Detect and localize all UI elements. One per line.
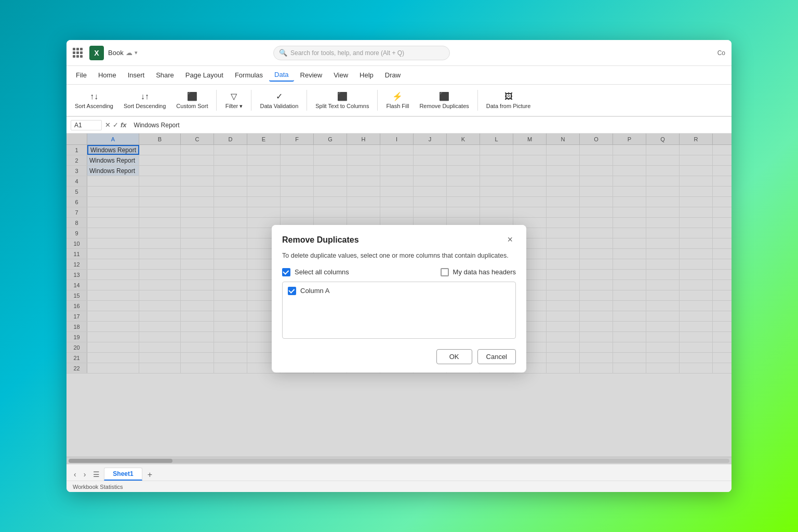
formula-fx-icon[interactable]: fx [121, 121, 127, 129]
select-all-columns-checkbox-label[interactable]: Select all columns [282, 268, 349, 276]
my-data-headers-checkbox[interactable] [441, 268, 449, 276]
app-grid-icon[interactable] [73, 48, 83, 58]
column-a-checkbox[interactable] [288, 287, 296, 295]
ok-button[interactable]: OK [436, 349, 472, 364]
flash-fill-label: Flash Fill [386, 103, 409, 109]
spreadsheet-area: A B C D E F G H I J K L M N O P Q R 1Win… [66, 134, 732, 464]
cell-reference[interactable]: A1 [71, 120, 102, 130]
excel-window: X Book ☁ ▾ 🔍 Search for tools, help, and… [66, 40, 732, 492]
search-placeholder: Search for tools, help, and more (Alt + … [290, 49, 404, 57]
split-text-label: Split Text to Columns [315, 103, 369, 109]
flash-fill-button[interactable]: ⚡ Flash Fill [382, 89, 413, 111]
formula-bar: A1 ✕ ✓ fx Windows Report [66, 117, 732, 134]
dialog-title-bar: Remove Duplicates × [272, 225, 526, 251]
sort-ascending-icon: ↑↓ [90, 92, 98, 101]
dialog-body: To delete duplicate values, select one o… [272, 251, 526, 373]
dialog-options-row: Select all columns My data has headers [282, 268, 516, 276]
sort-descending-icon: ↓↑ [141, 92, 149, 101]
add-sheet-button[interactable]: + [143, 469, 156, 481]
remove-duplicates-dialog: Remove Duplicates × To delete duplicate … [272, 225, 526, 373]
menu-bar: File Home Insert Share Page Layout Formu… [66, 66, 732, 85]
sheet-nav-right[interactable]: › [81, 468, 89, 481]
cloud-icon: ☁ [126, 49, 132, 57]
sort-descending-button[interactable]: ↓↑ Sort Descending [119, 90, 170, 111]
menu-home[interactable]: Home [93, 69, 122, 81]
remove-duplicates-icon: ⬛ [439, 91, 449, 101]
ribbon-sep-1 [216, 90, 217, 111]
column-list-item-a: Column A [286, 285, 512, 297]
ribbon-sep-5 [477, 90, 478, 111]
formula-icons: ✕ ✓ fx [105, 121, 127, 129]
data-validation-label: Data Validation [260, 103, 298, 109]
cancel-button[interactable]: Cancel [477, 349, 516, 364]
data-validation-icon: ✓ [276, 91, 283, 101]
dropdown-icon[interactable]: ▾ [135, 49, 138, 56]
window-title-text: Book [108, 49, 124, 57]
sheet-tabs: ‹ › ☰ Sheet1 + [66, 464, 732, 481]
sort-ascending-button[interactable]: ↑↓ Sort Ascending [71, 90, 117, 111]
menu-share[interactable]: Share [151, 69, 179, 81]
data-validation-button[interactable]: ✓ Data Validation [256, 89, 302, 111]
dialog-actions: OK Cancel [282, 347, 516, 364]
comments-button[interactable]: Co [717, 49, 725, 57]
split-text-icon: ⬛ [337, 91, 348, 101]
excel-logo: X [89, 46, 104, 60]
menu-view[interactable]: View [328, 69, 353, 81]
data-from-picture-label: Data from Picture [486, 103, 531, 109]
ribbon: ↑↓ Sort Ascending ↓↑ Sort Descending ⬛ C… [66, 85, 732, 117]
status-bar: Workbook Statistics [66, 481, 732, 492]
formula-input[interactable]: Windows Report [130, 122, 727, 129]
filter-label: Filter ▾ [225, 103, 243, 110]
search-bar[interactable]: 🔍 Search for tools, help, and more (Alt … [273, 46, 450, 60]
sort-ascending-label: Sort Ascending [75, 103, 113, 109]
columns-list: Column A [282, 282, 516, 339]
custom-sort-button[interactable]: ⬛ Custom Sort [172, 89, 212, 111]
my-data-headers-checkbox-label[interactable]: My data has headers [441, 268, 516, 276]
data-from-picture-button[interactable]: 🖼 Data from Picture [482, 90, 535, 111]
menu-review[interactable]: Review [295, 69, 328, 81]
remove-duplicates-label: Remove Duplicates [419, 103, 469, 109]
filter-button[interactable]: ▽ Filter ▾ [221, 89, 247, 112]
sheet-list-icon[interactable]: ☰ [90, 468, 103, 481]
menu-draw[interactable]: Draw [380, 69, 406, 81]
menu-formulas[interactable]: Formulas [230, 69, 268, 81]
remove-duplicates-button[interactable]: ⬛ Remove Duplicates [415, 89, 473, 111]
search-icon: 🔍 [279, 49, 287, 57]
window-title: Book ☁ ▾ [108, 49, 138, 57]
menu-page-layout[interactable]: Page Layout [180, 69, 229, 81]
sheet-nav-left[interactable]: ‹ [71, 468, 79, 481]
custom-sort-label: Custom Sort [176, 103, 208, 109]
custom-sort-icon: ⬛ [187, 91, 197, 101]
menu-file[interactable]: File [71, 69, 92, 81]
menu-insert[interactable]: Insert [123, 69, 150, 81]
ribbon-sep-4 [377, 90, 378, 111]
data-from-picture-icon: 🖼 [504, 92, 513, 101]
menu-data[interactable]: Data [269, 69, 294, 82]
flash-fill-icon: ⚡ [392, 91, 403, 101]
select-all-columns-checkbox[interactable] [282, 268, 290, 276]
title-bar-actions: Co [717, 49, 725, 57]
column-a-label: Column A [300, 287, 329, 295]
ribbon-sep-3 [307, 90, 307, 111]
sheet-tab-sheet1[interactable]: Sheet1 [104, 468, 142, 481]
my-data-headers-label: My data has headers [453, 268, 516, 276]
split-text-button[interactable]: ⬛ Split Text to Columns [311, 89, 373, 111]
dialog-title: Remove Duplicates [282, 235, 359, 245]
dialog-close-button[interactable]: × [504, 233, 516, 246]
title-bar: X Book ☁ ▾ 🔍 Search for tools, help, and… [66, 40, 732, 66]
ribbon-sep-2 [251, 90, 251, 111]
select-all-columns-label: Select all columns [295, 268, 349, 276]
workbook-statistics-label: Workbook Statistics [73, 484, 123, 490]
menu-help[interactable]: Help [354, 69, 379, 81]
formula-confirm-icon[interactable]: ✓ [113, 121, 118, 129]
dialog-overlay: Remove Duplicates × To delete duplicate … [66, 134, 732, 464]
sort-descending-label: Sort Descending [124, 103, 166, 109]
filter-icon: ▽ [231, 91, 237, 101]
formula-cancel-icon[interactable]: ✕ [105, 121, 111, 129]
dialog-description: To delete duplicate values, select one o… [282, 251, 516, 261]
